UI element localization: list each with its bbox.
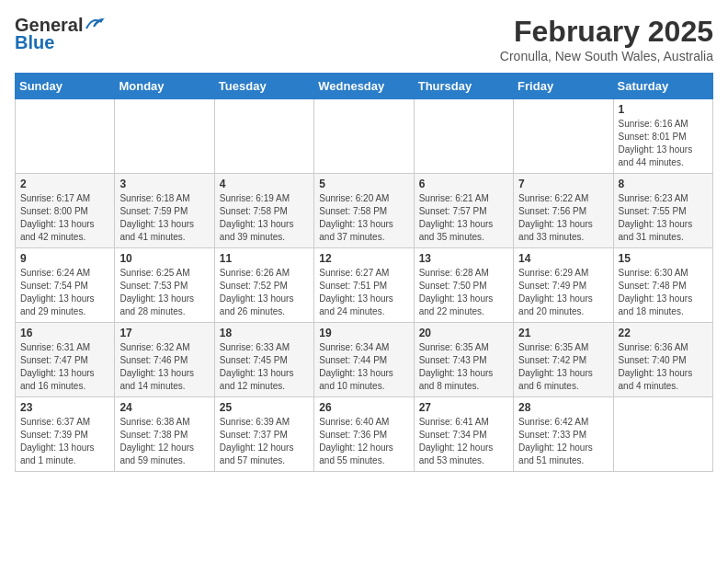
weekday-header-thursday: Thursday [414, 74, 513, 99]
calendar-cell: 26Sunrise: 6:40 AM Sunset: 7:36 PM Dayli… [314, 397, 414, 472]
day-number: 24 [119, 401, 209, 414]
day-number: 14 [518, 252, 608, 265]
day-number: 11 [220, 252, 309, 265]
calendar-cell [613, 397, 712, 472]
day-number: 8 [619, 178, 708, 190]
day-info: Sunrise: 6:26 AM Sunset: 7:52 PM Dayligh… [220, 267, 309, 318]
day-info: Sunrise: 6:19 AM Sunset: 7:58 PM Dayligh… [220, 192, 309, 244]
calendar-cell: 14Sunrise: 6:29 AM Sunset: 7:49 PM Dayli… [514, 248, 613, 323]
day-info: Sunrise: 6:39 AM Sunset: 7:37 PM Dayligh… [220, 416, 309, 467]
logo-bird-icon [85, 16, 105, 32]
calendar-cell: 24Sunrise: 6:38 AM Sunset: 7:38 PM Dayli… [115, 397, 214, 472]
day-number: 27 [419, 401, 508, 414]
day-number: 22 [619, 327, 708, 339]
day-number: 12 [319, 252, 408, 265]
calendar-cell: 13Sunrise: 6:28 AM Sunset: 7:50 PM Dayli… [414, 248, 513, 323]
day-number: 9 [20, 252, 109, 265]
day-number: 20 [419, 327, 508, 339]
day-number: 15 [619, 252, 708, 265]
day-info: Sunrise: 6:41 AM Sunset: 7:34 PM Dayligh… [419, 416, 508, 467]
calendar-cell: 27Sunrise: 6:41 AM Sunset: 7:34 PM Dayli… [414, 397, 513, 472]
day-number: 23 [20, 401, 109, 414]
calendar-cell: 20Sunrise: 6:35 AM Sunset: 7:43 PM Dayli… [414, 323, 513, 397]
calendar-title: February 2025 [500, 15, 713, 49]
title-block: February 2025 Cronulla, New South Wales,… [500, 15, 713, 63]
day-info: Sunrise: 6:18 AM Sunset: 7:59 PM Dayligh… [119, 192, 209, 244]
day-info: Sunrise: 6:32 AM Sunset: 7:46 PM Dayligh… [119, 341, 209, 393]
calendar-week-2: 2Sunrise: 6:17 AM Sunset: 8:00 PM Daylig… [16, 174, 713, 248]
calendar-cell: 18Sunrise: 6:33 AM Sunset: 7:45 PM Dayli… [214, 323, 313, 397]
calendar-cell [214, 99, 313, 174]
day-number: 28 [518, 401, 608, 414]
weekday-header-friday: Friday [514, 74, 613, 99]
day-info: Sunrise: 6:34 AM Sunset: 7:44 PM Dayligh… [319, 341, 408, 393]
page-header: General Blue February 2025 Cronulla, New… [15, 15, 713, 63]
calendar-cell: 3Sunrise: 6:18 AM Sunset: 7:59 PM Daylig… [115, 174, 214, 248]
calendar-cell: 21Sunrise: 6:35 AM Sunset: 7:42 PM Dayli… [514, 323, 613, 397]
day-info: Sunrise: 6:20 AM Sunset: 7:58 PM Dayligh… [319, 192, 408, 244]
calendar-cell: 28Sunrise: 6:42 AM Sunset: 7:33 PM Dayli… [514, 397, 613, 472]
calendar-cell: 12Sunrise: 6:27 AM Sunset: 7:51 PM Dayli… [314, 248, 414, 323]
weekday-header-row: SundayMondayTuesdayWednesdayThursdayFrid… [16, 74, 713, 99]
calendar-week-1: 1Sunrise: 6:16 AM Sunset: 8:01 PM Daylig… [16, 99, 713, 174]
calendar-cell [16, 99, 115, 174]
calendar-cell: 6Sunrise: 6:21 AM Sunset: 7:57 PM Daylig… [414, 174, 513, 248]
day-info: Sunrise: 6:40 AM Sunset: 7:36 PM Dayligh… [319, 416, 408, 467]
calendar-week-4: 16Sunrise: 6:31 AM Sunset: 7:47 PM Dayli… [16, 323, 713, 397]
calendar-cell [314, 99, 414, 174]
day-info: Sunrise: 6:35 AM Sunset: 7:43 PM Dayligh… [419, 341, 508, 393]
calendar-cell [414, 99, 513, 174]
day-number: 5 [319, 178, 408, 190]
day-number: 2 [20, 178, 109, 190]
calendar-cell [514, 99, 613, 174]
calendar-table: SundayMondayTuesdayWednesdayThursdayFrid… [15, 73, 713, 472]
calendar-cell: 11Sunrise: 6:26 AM Sunset: 7:52 PM Dayli… [214, 248, 313, 323]
weekday-header-monday: Monday [115, 74, 214, 99]
weekday-header-wednesday: Wednesday [314, 74, 414, 99]
day-number: 3 [119, 178, 209, 190]
calendar-cell: 4Sunrise: 6:19 AM Sunset: 7:58 PM Daylig… [214, 174, 313, 248]
calendar-cell: 19Sunrise: 6:34 AM Sunset: 7:44 PM Dayli… [314, 323, 414, 397]
day-info: Sunrise: 6:23 AM Sunset: 7:55 PM Dayligh… [619, 192, 708, 244]
day-info: Sunrise: 6:31 AM Sunset: 7:47 PM Dayligh… [20, 341, 109, 393]
weekday-header-sunday: Sunday [16, 74, 115, 99]
day-number: 21 [518, 327, 608, 339]
day-number: 7 [518, 178, 608, 190]
day-number: 16 [20, 327, 109, 339]
day-info: Sunrise: 6:28 AM Sunset: 7:50 PM Dayligh… [419, 267, 508, 318]
calendar-cell: 17Sunrise: 6:32 AM Sunset: 7:46 PM Dayli… [115, 323, 214, 397]
day-number: 17 [119, 327, 209, 339]
day-info: Sunrise: 6:22 AM Sunset: 7:56 PM Dayligh… [518, 192, 608, 244]
day-number: 26 [319, 401, 408, 414]
day-info: Sunrise: 6:36 AM Sunset: 7:40 PM Dayligh… [619, 341, 708, 393]
calendar-cell: 23Sunrise: 6:37 AM Sunset: 7:39 PM Dayli… [16, 397, 115, 472]
logo-blue: Blue [15, 32, 54, 53]
calendar-week-5: 23Sunrise: 6:37 AM Sunset: 7:39 PM Dayli… [16, 397, 713, 472]
day-info: Sunrise: 6:35 AM Sunset: 7:42 PM Dayligh… [518, 341, 608, 393]
day-info: Sunrise: 6:21 AM Sunset: 7:57 PM Dayligh… [419, 192, 508, 244]
calendar-cell: 1Sunrise: 6:16 AM Sunset: 8:01 PM Daylig… [613, 99, 712, 174]
weekday-header-tuesday: Tuesday [214, 74, 313, 99]
calendar-cell: 8Sunrise: 6:23 AM Sunset: 7:55 PM Daylig… [613, 174, 712, 248]
day-number: 4 [220, 178, 309, 190]
day-info: Sunrise: 6:25 AM Sunset: 7:53 PM Dayligh… [119, 267, 209, 318]
day-number: 13 [419, 252, 508, 265]
day-number: 1 [619, 103, 708, 116]
day-info: Sunrise: 6:29 AM Sunset: 7:49 PM Dayligh… [518, 267, 608, 318]
day-number: 19 [319, 327, 408, 339]
calendar-cell: 15Sunrise: 6:30 AM Sunset: 7:48 PM Dayli… [613, 248, 712, 323]
day-info: Sunrise: 6:30 AM Sunset: 7:48 PM Dayligh… [619, 267, 708, 318]
weekday-header-saturday: Saturday [613, 74, 712, 99]
calendar-cell: 10Sunrise: 6:25 AM Sunset: 7:53 PM Dayli… [115, 248, 214, 323]
calendar-cell: 7Sunrise: 6:22 AM Sunset: 7:56 PM Daylig… [514, 174, 613, 248]
day-info: Sunrise: 6:38 AM Sunset: 7:38 PM Dayligh… [119, 416, 209, 467]
day-info: Sunrise: 6:16 AM Sunset: 8:01 PM Dayligh… [619, 118, 708, 169]
day-info: Sunrise: 6:33 AM Sunset: 7:45 PM Dayligh… [220, 341, 309, 393]
day-info: Sunrise: 6:24 AM Sunset: 7:54 PM Dayligh… [20, 267, 109, 318]
day-info: Sunrise: 6:42 AM Sunset: 7:33 PM Dayligh… [518, 416, 608, 467]
day-number: 25 [220, 401, 309, 414]
calendar-cell: 25Sunrise: 6:39 AM Sunset: 7:37 PM Dayli… [214, 397, 313, 472]
calendar-week-3: 9Sunrise: 6:24 AM Sunset: 7:54 PM Daylig… [16, 248, 713, 323]
calendar-cell [115, 99, 214, 174]
logo: General Blue [15, 15, 105, 53]
